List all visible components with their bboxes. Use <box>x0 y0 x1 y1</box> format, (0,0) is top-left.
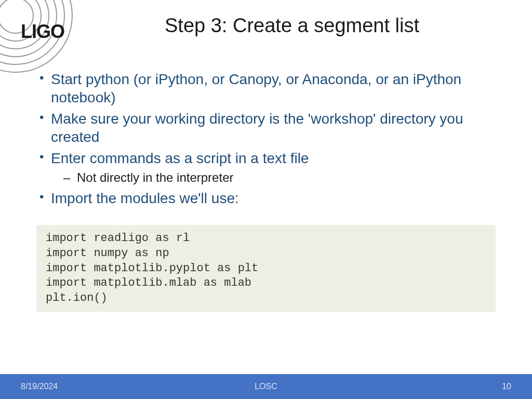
slide-content: Start python (or iPython, or Canopy, or … <box>36 70 496 312</box>
bullet-item: Make sure your working directory is the … <box>36 110 496 146</box>
footer-page-number: 10 <box>502 382 511 391</box>
bullet-item: Import the modules we'll use: <box>36 189 496 207</box>
footer-center: LOSC <box>0 382 532 391</box>
sub-bullet-item: Not directly in the interpreter <box>51 169 496 186</box>
bullet-item: Start python (or iPython, or Canopy, or … <box>36 70 496 107</box>
sub-list: Not directly in the interpreter <box>51 169 496 186</box>
bullet-text: Import the modules we'll use: <box>51 190 239 206</box>
bullet-text: Enter commands as a script in a text fil… <box>51 150 309 166</box>
bullet-item: Enter commands as a script in a text fil… <box>36 149 496 186</box>
bullet-text: Start python (or iPython, or Canopy, or … <box>51 71 461 105</box>
footer-date: 8/19/2024 <box>21 382 58 391</box>
sub-bullet-text: Not directly in the interpreter <box>77 170 233 184</box>
code-block: import readligo as rl import numpy as np… <box>36 225 496 312</box>
bullet-text: Make sure your working directory is the … <box>51 111 463 145</box>
slide-title: Step 3: Create a segment list <box>0 15 532 37</box>
slide-footer: 8/19/2024 LOSC 10 <box>0 374 532 399</box>
bullet-list: Start python (or iPython, or Canopy, or … <box>36 70 496 207</box>
